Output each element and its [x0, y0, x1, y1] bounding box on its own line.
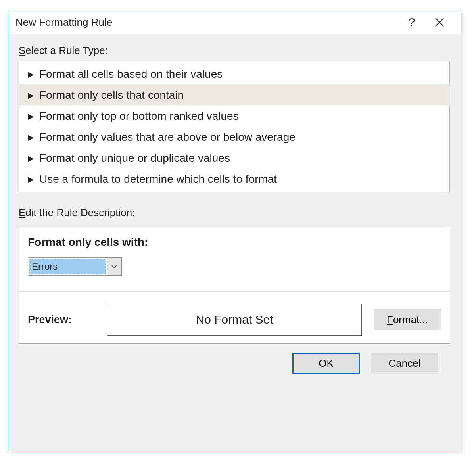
format-only-cells-with-label: Format only cells with: [28, 236, 441, 249]
triangle-right-icon: ▶ [28, 112, 34, 120]
triangle-right-icon: ▶ [28, 154, 34, 162]
rule-type-text: Format all cells based on their values [39, 68, 223, 81]
triangle-right-icon: ▶ [28, 70, 34, 78]
dropdown-toggle[interactable] [107, 258, 121, 275]
condition-dropdown-value: Errors [29, 259, 106, 274]
new-formatting-rule-dialog: New Formatting Rule ? Select a Rule Type… [8, 10, 461, 451]
close-icon [434, 17, 445, 27]
preview-row: Preview: No Format Set Format... [28, 304, 441, 336]
close-button[interactable] [426, 12, 453, 32]
title-bar: New Formatting Rule ? [8, 10, 461, 34]
rule-type-item[interactable]: ▶ Format only top or bottom ranked value… [19, 105, 450, 127]
format-button[interactable]: Format... [374, 309, 441, 330]
preview-box: No Format Set [107, 304, 362, 336]
rule-type-text: Format only top or bottom ranked values [39, 110, 239, 123]
ok-button[interactable]: OK [292, 353, 360, 374]
rule-type-text: Use a formula to determine which cells t… [39, 173, 277, 186]
divider [19, 291, 450, 292]
rule-type-item[interactable]: ▶ Format only cells that contain [19, 84, 450, 105]
rule-type-text: Format only cells that contain [39, 89, 184, 102]
help-icon: ? [409, 15, 415, 29]
dialog-title: New Formatting Rule [15, 16, 398, 29]
preview-label: Preview: [28, 314, 95, 326]
rule-type-list[interactable]: ▶ Format all cells based on their values… [19, 61, 450, 192]
rule-type-text: Format only unique or duplicate values [39, 152, 230, 165]
rule-type-item[interactable]: ▶ Format only unique or duplicate values [19, 148, 450, 169]
cancel-button[interactable]: Cancel [371, 353, 438, 374]
rule-type-item[interactable]: ▶ Format only values that are above or b… [19, 127, 450, 148]
triangle-right-icon: ▶ [28, 133, 34, 141]
dialog-body: Select a Rule Type: ▶ Format all cells b… [8, 34, 461, 451]
dialog-footer: OK Cancel [19, 344, 450, 374]
rule-type-item[interactable]: ▶ Use a formula to determine which cells… [19, 169, 450, 190]
edit-rule-description-label: Edit the Rule Description: [19, 207, 450, 219]
condition-dropdown[interactable]: Errors [28, 257, 122, 276]
rule-type-item[interactable]: ▶ Format all cells based on their values [19, 63, 450, 84]
rule-description-panel: Format only cells with: Errors Preview: … [19, 227, 450, 344]
help-button[interactable]: ? [398, 12, 426, 32]
rule-type-text: Format only values that are above or bel… [39, 131, 296, 144]
triangle-right-icon: ▶ [28, 91, 34, 99]
chevron-down-icon [111, 264, 117, 269]
select-rule-type-label: Select a Rule Type: [19, 44, 450, 57]
triangle-right-icon: ▶ [28, 175, 34, 183]
